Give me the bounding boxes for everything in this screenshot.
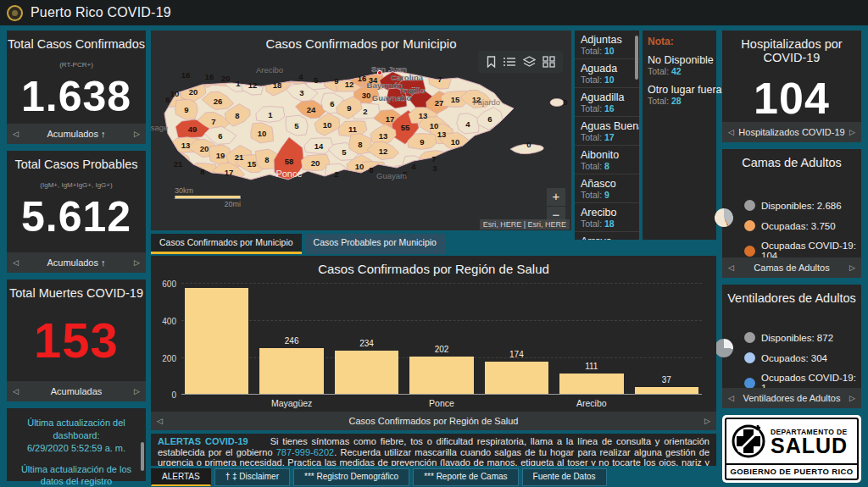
municipio-count: 4	[465, 119, 470, 129]
nota-title: Nota:	[648, 36, 711, 47]
bar-Caguas[interactable]	[485, 362, 548, 394]
next-arrow[interactable]: ▷	[134, 130, 140, 138]
prev-arrow[interactable]: ◁	[13, 130, 19, 138]
bar-Ponce[interactable]	[409, 357, 473, 394]
card-subtitle: (IgM+, IgM+IgG+, IgG+)	[7, 181, 146, 189]
municipio-name: Arecibo	[581, 207, 639, 219]
bar-Arecibo[interactable]	[559, 374, 623, 394]
bars-container: 24623420217411137	[181, 283, 702, 394]
map-title: Casos Confirmados por Municipio	[151, 30, 571, 51]
nota-item: No DisponibleTotal: 42	[648, 54, 711, 76]
tab--disclaimer[interactable]: † ‡ Disclaimer	[214, 468, 290, 486]
logo-line2: SALUD	[771, 436, 848, 455]
prev-arrow[interactable]: ◁	[728, 263, 734, 272]
card-camas-adultos: Camas de Adultos Disponibles: 2.686Ocupa…	[722, 149, 861, 278]
map-attribution: Esri, HERE | Esri, HERE	[480, 219, 570, 230]
camas-pie-chart	[715, 208, 733, 227]
prev-arrow[interactable]: ◁	[728, 394, 734, 402]
list-item[interactable]: AibonitoTotal: 8	[575, 146, 639, 174]
islet-count: 0	[526, 140, 531, 149]
list-item[interactable]: AñascoTotal: 9	[575, 174, 639, 203]
legend-row: Ocupadas: 3.750	[744, 220, 861, 231]
legend-list-icon[interactable]	[504, 56, 516, 68]
alert-phone-link[interactable]: 787-999-6202	[276, 447, 335, 457]
bar-group: 111	[559, 283, 623, 394]
municipio-count: 6	[487, 114, 492, 124]
list-item[interactable]: AreciboTotal: 18	[575, 203, 639, 232]
tab--reporte-de-camas[interactable]: *** Reporte de Camas	[413, 468, 518, 486]
municipio-count: 27	[435, 98, 444, 108]
scrollbar[interactable]	[141, 442, 144, 471]
bar-group: 202	[409, 283, 473, 394]
prev-arrow[interactable]: ◁	[13, 387, 19, 396]
municipio-total: Total: 17	[581, 132, 639, 142]
tab-alertas[interactable]: ALERTAS	[151, 468, 211, 486]
municipio-count: 20	[311, 158, 320, 168]
municipio-count: 18	[273, 80, 282, 90]
prev-arrow[interactable]: ◁	[157, 417, 163, 425]
next-arrow[interactable]: ▷	[134, 258, 140, 267]
municipio-count: 8	[264, 155, 269, 164]
next-arrow[interactable]: ▷	[134, 387, 140, 396]
bookmark-icon[interactable]	[486, 56, 497, 68]
municipio-count: 19	[216, 151, 225, 160]
nota-total: Total: 42	[648, 66, 711, 76]
prev-arrow[interactable]: ◁	[728, 128, 734, 136]
municipio-count: 11	[348, 125, 358, 134]
basemap-grid-icon[interactable]	[542, 56, 555, 68]
municipio-count: 7	[437, 75, 442, 84]
list-item[interactable]: ArroyoTotal: 5	[575, 232, 639, 240]
list-item[interactable]: AguadaTotal: 10	[575, 59, 639, 88]
chart-footer-label: Casos Confirmados por Región de Salud	[349, 416, 519, 426]
map-city-label: Guayam	[376, 171, 407, 180]
bar-value-label: 37	[635, 375, 698, 385]
alert-banner: ALERTAS COVID-19Si tienes síntomas como …	[151, 434, 716, 466]
layers-icon[interactable]	[523, 56, 536, 68]
legend-dot	[744, 200, 755, 211]
municipio-count: 6	[218, 131, 222, 141]
bar-Fajardo[interactable]	[635, 387, 698, 394]
tab-fuente-de-datos[interactable]: Fuente de Datos	[522, 468, 607, 486]
bar-value-label: 202	[409, 345, 473, 354]
card-title: Hospitalizados por COVID-19	[722, 30, 861, 64]
culebra-island[interactable]	[550, 99, 564, 107]
app-header: Puerto Rico COVID-19	[0, 0, 868, 25]
bar-value-label: 246	[259, 336, 323, 346]
municipio-count: 3	[432, 163, 437, 173]
municipio-count: 9	[334, 76, 338, 86]
next-arrow[interactable]: ▷	[849, 128, 855, 136]
y-tick-label: 400	[162, 317, 176, 326]
scrollbar[interactable]	[635, 36, 638, 80]
municipio-count: 8	[369, 165, 373, 174]
zoom-in-button[interactable]: +	[547, 188, 565, 206]
next-arrow[interactable]: ▷	[704, 417, 710, 425]
prev-arrow[interactable]: ◁	[13, 258, 19, 267]
tab-casos-probables-por-municipio[interactable]: Casos Probables por Municipio	[305, 234, 445, 254]
municipio-count: 13	[379, 131, 388, 141]
municipio-list[interactable]: AdjuntasTotal: 10AguadaTotal: 10Aguadill…	[575, 30, 639, 240]
map-city-label: Fajardo	[473, 97, 500, 107]
update-info-panel: Última actualización del dashboard:6/29/…	[7, 408, 146, 481]
municipio-total: Total: 18	[581, 219, 639, 229]
list-item[interactable]: AguadillaTotal: 16	[575, 88, 639, 117]
municipio-count: 7	[211, 117, 215, 126]
confirmados-value: 1.638	[7, 72, 146, 121]
logo-line3: GOBIERNO DE PUERTO RICO	[726, 463, 857, 479]
bar-Bayamón[interactable]	[335, 351, 398, 394]
bar-Metro[interactable]	[185, 288, 248, 394]
next-arrow[interactable]: ▷	[849, 263, 855, 272]
municipio-count: 55	[401, 123, 410, 132]
card-hospitalizados: Hospitalizados por COVID-19 104 ◁ Hospit…	[722, 30, 861, 142]
list-item[interactable]: AdjuntasTotal: 10	[575, 30, 639, 59]
bar-group: 37	[635, 283, 698, 394]
tab--registro-demogr-fico[interactable]: *** Registro Demográfico	[293, 468, 409, 486]
next-arrow[interactable]: ▷	[849, 394, 855, 402]
legend-dot	[744, 246, 755, 257]
municipio-count: 9	[347, 103, 351, 113]
municipio-count: 1	[268, 110, 273, 119]
legend-label: Disponibles: 2.686	[761, 201, 842, 211]
chart-title: Casos Confirmados por Región de Salud	[151, 256, 716, 276]
tab-casos-confirmados-por-municipio[interactable]: Casos Confirmados por Municipio	[151, 234, 302, 254]
bar-Mayagüez[interactable]	[259, 348, 323, 394]
list-item[interactable]: Aguas BuenasTotal: 17	[575, 117, 639, 146]
